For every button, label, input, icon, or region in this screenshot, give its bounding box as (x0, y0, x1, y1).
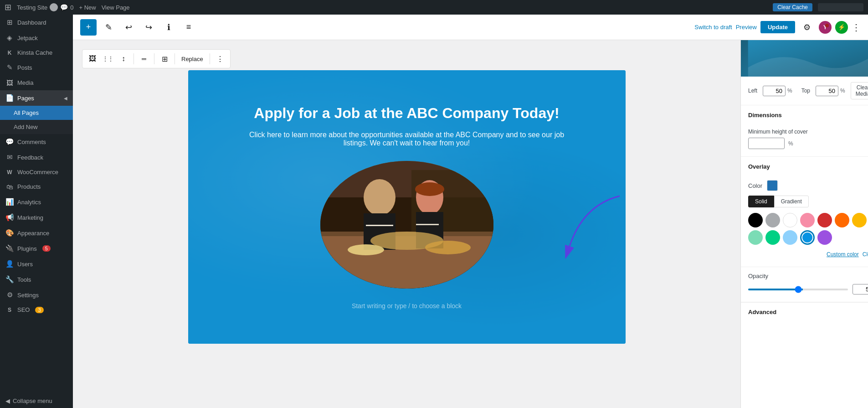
preview-button[interactable]: Preview (736, 24, 757, 31)
advanced-header[interactable]: Advanced ∨ (741, 303, 868, 321)
solid-button[interactable]: Solid (748, 196, 774, 207)
more-options-button[interactable]: ⋮ (852, 22, 861, 33)
color-swatches (748, 213, 868, 245)
updates-badge[interactable]: 9 (50, 3, 58, 11)
sidebar-item-tools[interactable]: 🔧 Tools (0, 272, 73, 287)
woo-icon: W (5, 169, 14, 176)
switch-to-draft-button[interactable]: Switch to draft (694, 24, 732, 31)
redo-button[interactable]: ↪ (140, 19, 157, 36)
sidebar-item-dashboard[interactable]: ⊞ Dashboard (0, 15, 73, 30)
block-image-type-button[interactable]: 🖼 (85, 52, 100, 66)
top-unit: % (840, 88, 845, 94)
color-yellow[interactable] (852, 213, 867, 227)
editor-with-panel: 🖼 ⋮⋮ ↕ ═ ⊞ Replace ⋮ (73, 40, 868, 408)
cover-subtitle[interactable]: Click here to learn more about the oppor… (247, 131, 566, 147)
sidebar-item-seo[interactable]: S SEO 3 (0, 303, 73, 317)
performance-button[interactable]: ⚡ (835, 21, 848, 34)
sidebar-item-plugins[interactable]: 🔌 Plugins 5 (0, 241, 73, 256)
left-position-input[interactable]: 50 (763, 86, 786, 96)
site-name[interactable]: Testing Site 9 💬 0 (17, 3, 73, 11)
clear-media-button[interactable]: Clear Media (851, 82, 868, 99)
sidebar-item-jetpack[interactable]: ◈ Jetpack (0, 30, 73, 46)
opacity-slider[interactable] (748, 289, 848, 290)
color-orange[interactable] (835, 213, 849, 227)
gradient-button[interactable]: Gradient (774, 196, 809, 207)
sidebar-item-media[interactable]: 🖼 Media (0, 75, 73, 90)
settings-gear-button[interactable]: ⚙ (799, 19, 815, 36)
sidebar-item-feedback[interactable]: ✉ Feedback (0, 150, 73, 165)
top-label: Top (801, 88, 810, 94)
current-color-swatch[interactable] (767, 180, 778, 191)
overlay-type-buttons: Solid Gradient (748, 196, 868, 207)
posts-icon: ✎ (5, 63, 14, 72)
yoast-button[interactable]: Y (819, 21, 832, 34)
list-view-button[interactable]: ≡ (180, 19, 197, 36)
sidebar-item-analytics[interactable]: 📊 Analytics (0, 194, 73, 210)
sidebar-item-products[interactable]: 🛍 Products (0, 179, 73, 194)
cover-chef-image (320, 161, 493, 289)
color-white[interactable] (783, 213, 797, 227)
color-green[interactable] (765, 230, 780, 245)
sidebar-item-comments[interactable]: 💬 Comments (0, 134, 73, 150)
topbar-search[interactable] (818, 3, 863, 11)
block-align-button[interactable]: ═ (137, 52, 151, 66)
overlay-header[interactable]: Overlay ∧ (741, 157, 868, 176)
block-move-button[interactable]: ↕ (116, 52, 131, 66)
color-black[interactable] (748, 213, 763, 227)
feedback-icon: ✉ (5, 153, 14, 161)
left-label: Left (748, 88, 757, 94)
editor-canvas[interactable]: 🖼 ⋮⋮ ↕ ═ ⊞ Replace ⋮ (73, 40, 740, 408)
color-lightblue[interactable] (783, 230, 797, 245)
info-button[interactable]: ℹ (160, 19, 177, 36)
color-blue[interactable] (800, 230, 815, 245)
sidebar-item-woocommerce[interactable]: W WooCommerce (0, 165, 73, 179)
advanced-section: Advanced ∨ (741, 302, 868, 321)
top-position-input[interactable]: 50 (816, 86, 838, 96)
cover-block[interactable]: Apply for a Job at the ABC Company Today… (188, 70, 626, 344)
block-more-options-button[interactable]: ⋮ (213, 52, 227, 66)
sidebar-item-appearance[interactable]: 🎨 Appearance (0, 225, 73, 241)
products-icon: 🛍 (5, 183, 14, 191)
update-button[interactable]: Update (760, 21, 795, 33)
sidebar-item-posts[interactable]: ✎ Posts (0, 60, 73, 75)
opacity-input[interactable]: 50 (853, 284, 868, 294)
cover-content: Apply for a Job at the ABC Company Today… (229, 87, 585, 328)
color-lightgreen[interactable] (748, 230, 763, 245)
clear-cache-button[interactable]: Clear Cache (773, 3, 812, 11)
color-gray[interactable] (765, 213, 780, 227)
dimensions-header[interactable]: Dimensions ∧ (741, 105, 868, 125)
sidebar-item-settings[interactable]: ⚙ Settings (0, 287, 73, 303)
sidebar-item-pages[interactable]: 📄 Pages ◀ (0, 90, 73, 106)
svg-point-5 (364, 179, 395, 216)
panel-image-preview (741, 40, 868, 77)
color-label: Color (748, 182, 762, 189)
sidebar-item-kinsta-cache[interactable]: K Kinsta Cache (0, 46, 73, 60)
new-button[interactable]: + New (79, 4, 96, 11)
panel-top: Left 50 % Top 50 % Clear Media (741, 40, 868, 321)
block-content-position-button[interactable]: ⊞ (157, 52, 172, 66)
sidebar-item-users[interactable]: 👤 Users (0, 256, 73, 272)
dashboard-icon: ⊞ (5, 18, 14, 26)
replace-button[interactable]: Replace (178, 52, 207, 66)
min-height-input[interactable] (748, 138, 785, 149)
add-block-button[interactable]: + (80, 19, 97, 36)
color-purple[interactable] (817, 230, 832, 245)
sidebar-item-marketing[interactable]: 📢 Marketing (0, 210, 73, 225)
clear-color-link[interactable]: Clear (863, 251, 868, 258)
custom-color-link[interactable]: Custom color (827, 251, 859, 258)
undo-button[interactable]: ↩ (120, 19, 137, 36)
cover-placeholder[interactable]: Start writing or type / to choose a bloc… (247, 302, 566, 310)
top-input-group: 50 % (816, 86, 845, 96)
block-drag-button[interactable]: ⋮⋮ (101, 52, 115, 66)
sidebar-item-add-new[interactable]: Add New (0, 120, 73, 134)
comments-icon: 💬 (5, 138, 14, 146)
collapse-menu-button[interactable]: ◀ Collapse menu (0, 394, 73, 408)
dimensions-title: Dimensions (748, 112, 782, 119)
view-page-link[interactable]: View Page (102, 4, 130, 11)
cover-title[interactable]: Apply for a Job at the ABC Company Today… (247, 105, 566, 122)
edit-button[interactable]: ✎ (100, 19, 117, 36)
sidebar-item-all-pages[interactable]: All Pages (0, 106, 73, 120)
color-red[interactable] (817, 213, 832, 227)
color-pink[interactable] (800, 213, 815, 227)
svg-point-9 (415, 182, 444, 196)
